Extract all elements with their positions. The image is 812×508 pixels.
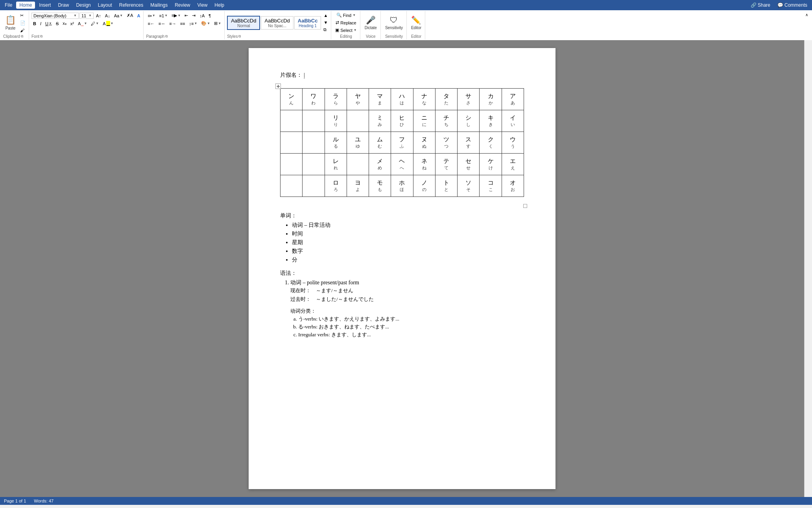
comments-icon: 💬 <box>777 2 783 8</box>
menu-file[interactable]: File <box>2 2 15 9</box>
menu-insert[interactable]: Insert <box>36 2 54 9</box>
increase-font-button[interactable]: A↑ <box>94 13 103 19</box>
select-button[interactable]: ▣ Select ▼ <box>334 27 358 33</box>
cut-button[interactable]: ✂ <box>18 12 27 19</box>
superscript-button[interactable]: x² <box>69 20 76 27</box>
font-color-a-button[interactable]: A <box>135 13 142 19</box>
kana-cell: ヨよ <box>347 175 369 197</box>
font-name-selector[interactable]: DengXian (Body) ▼ <box>31 13 79 19</box>
kana-cell: ロろ <box>325 175 347 197</box>
strikethrough-button[interactable]: S <box>54 20 60 27</box>
style-heading1[interactable]: AaBbCc Heading 1 <box>294 16 321 30</box>
kana-cell <box>281 110 303 132</box>
kana-cell: リり <box>325 110 347 132</box>
paragraph-group: ≡•▼ ≡1▼ ≡▶▼ ⇤ ⇥ ↕A ¶ ≡← ≡↔ ≡→ ≡≡ ↕≡▼ 🎨▼ … <box>144 11 225 39</box>
table-move-handle[interactable]: ✛ <box>275 83 281 89</box>
decrease-indent-button[interactable]: ⇤ <box>183 12 190 19</box>
menu-bar: File Home Insert Draw Design Layout Refe… <box>0 0 812 10</box>
format-painter-button[interactable]: 🖌 <box>18 27 27 33</box>
menu-review[interactable]: Review <box>172 2 193 9</box>
clear-format-icon: ✗A <box>127 13 133 18</box>
align-center-button[interactable]: ≡↔ <box>157 20 167 27</box>
kana-cell: ツつ <box>435 132 457 154</box>
kana-cell: シし <box>458 110 480 132</box>
align-left-button[interactable]: ≡← <box>146 20 156 27</box>
kana-cell <box>347 154 369 175</box>
find-button[interactable]: 🔍 Find ▼ <box>335 12 357 19</box>
kana-cell: ムむ <box>369 132 391 154</box>
menu-share[interactable]: 🔗 Share <box>747 2 773 9</box>
menu-design[interactable]: Design <box>73 2 94 9</box>
menu-view[interactable]: View <box>194 2 211 9</box>
style-no-space[interactable]: AaBbCcDd No Spac... <box>261 16 293 30</box>
styles-expand-icon[interactable]: ⧉ <box>238 34 241 39</box>
menu-comments[interactable]: 💬 Comments <box>774 2 810 9</box>
kana-cell: ヤや <box>347 89 369 110</box>
dictate-button[interactable]: 🎤 Dictate <box>363 13 379 33</box>
dictate-icon: 🎤 <box>366 15 376 25</box>
sort-button[interactable]: ↕A <box>198 13 206 19</box>
kana-cell: ケけ <box>480 154 502 175</box>
kana-cell: コこ <box>480 175 502 197</box>
app-body: 片假名： | ✛ ンんワわラらヤやマまハはナなタたサさカかアあリりミみヒひニにチ… <box>0 40 812 497</box>
collapse-ribbon-button[interactable]: ∧ <box>804 12 810 18</box>
replace-button[interactable]: ⇄ Replace <box>334 19 358 26</box>
font-expand-icon[interactable]: ⧉ <box>40 34 42 39</box>
title-cursor[interactable]: | <box>304 72 305 79</box>
table-resize-handle[interactable] <box>523 204 527 208</box>
menu-help[interactable]: Help <box>211 2 227 9</box>
kana-cell: レれ <box>325 154 347 175</box>
text-highlight-button[interactable]: A▁▼ <box>101 20 115 27</box>
borders-button[interactable]: ⊞▼ <box>212 20 223 27</box>
increase-indent-button[interactable]: ⇥ <box>190 12 197 19</box>
bullets-button[interactable]: ≡•▼ <box>146 13 157 19</box>
kana-cell <box>281 175 303 197</box>
paragraph-expand-icon[interactable]: ⧉ <box>165 34 168 39</box>
ribbon-content: 📋 Paste ✂ 📄 🖌 Clipboard ⧉ <box>0 10 812 40</box>
kana-cell <box>303 132 325 154</box>
styles-more[interactable]: ⧉ <box>322 26 329 33</box>
sensitivity-button[interactable]: 🛡 Sensitivity <box>383 13 405 33</box>
justify-button[interactable]: ≡≡ <box>179 20 187 27</box>
paragraph-label: Paragraph ⧉ <box>146 33 223 39</box>
kana-cell: ソそ <box>458 175 480 197</box>
font-color-button[interactable]: A_▼ <box>76 20 89 27</box>
clear-format-button[interactable]: ✗A <box>125 12 135 19</box>
copy-button[interactable]: 📄 <box>18 20 27 26</box>
editor-button[interactable]: ✏️ Editor <box>409 13 423 33</box>
menu-draw[interactable]: Draw <box>55 2 72 9</box>
kana-cell: サさ <box>458 89 480 110</box>
change-case-button[interactable]: Aa▼ <box>113 13 124 19</box>
highlight-button[interactable]: 🖊▼ <box>89 20 100 27</box>
style-normal[interactable]: AaBbCcDd Normal <box>227 16 260 30</box>
vocab-item: 分 <box>292 256 524 263</box>
kana-cell: ノの <box>413 175 435 197</box>
styles-scroll-up[interactable]: ▲ <box>322 12 329 19</box>
kana-cell: タた <box>435 89 457 110</box>
kana-cell: ミみ <box>369 110 391 132</box>
align-right-button[interactable]: ≡→ <box>168 20 177 27</box>
line-spacing-button[interactable]: ↕≡▼ <box>187 20 199 27</box>
styles-scroll-down[interactable]: ▼ <box>322 19 329 26</box>
bold-button[interactable]: B <box>31 20 38 27</box>
italic-button[interactable]: I <box>39 20 43 27</box>
numbering-button[interactable]: ≡1▼ <box>158 13 169 19</box>
kana-cell: スす <box>458 132 480 154</box>
document-area[interactable]: 片假名： | ✛ ンんワわラらヤやマまハはナなタたサさカかアあリりミみヒひニにチ… <box>0 40 804 497</box>
subscript-button[interactable]: x₂ <box>61 20 68 27</box>
document-page: 片假名： | ✛ ンんワわラらヤやマまハはナなタたサさカかアあリりミみヒひニにチ… <box>249 48 555 489</box>
status-bar: Page 1 of 1 Words: 47 <box>0 497 812 505</box>
underline-button[interactable]: U▼ <box>44 20 54 27</box>
shading-button[interactable]: 🎨▼ <box>199 20 212 27</box>
menu-mailings[interactable]: Mailings <box>147 2 171 9</box>
menu-references[interactable]: References <box>116 2 146 9</box>
show-formatting-button[interactable]: ¶ <box>207 13 212 19</box>
multilevel-list-button[interactable]: ≡▶▼ <box>170 12 182 19</box>
menu-home[interactable]: Home <box>16 2 35 9</box>
paste-button[interactable]: 📋 Paste <box>3 13 18 33</box>
decrease-font-button[interactable]: A↓ <box>103 13 112 19</box>
menu-layout[interactable]: Layout <box>95 2 115 9</box>
font-size-selector[interactable]: 11 ▼ <box>79 13 94 19</box>
clipboard-expand-icon[interactable]: ⧉ <box>21 34 23 39</box>
kana-table: ンんワわラらヤやマまハはナなタたサさカかアあリりミみヒひニにチちシしキきイいルる… <box>280 88 524 197</box>
